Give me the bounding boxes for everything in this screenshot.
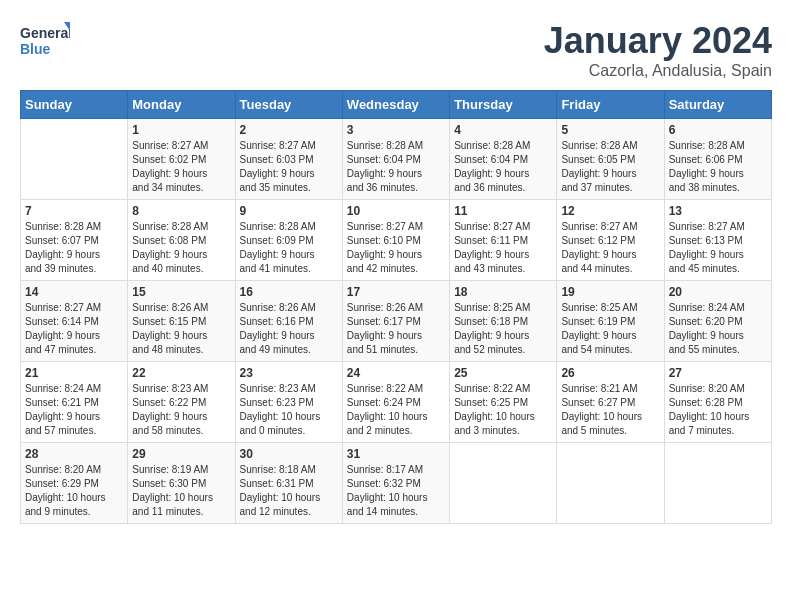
logo-svg: General Blue [20,20,70,65]
title-block: January 2024 Cazorla, Andalusia, Spain [544,20,772,80]
calendar-cell: 12Sunrise: 8:27 AMSunset: 6:12 PMDayligh… [557,200,664,281]
calendar-cell [557,443,664,524]
week-row-2: 7Sunrise: 8:28 AMSunset: 6:07 PMDaylight… [21,200,772,281]
day-number: 21 [25,366,123,380]
day-number: 14 [25,285,123,299]
weekday-header-tuesday: Tuesday [235,91,342,119]
day-info: Sunrise: 8:27 AMSunset: 6:10 PMDaylight:… [347,220,445,276]
day-info: Sunrise: 8:28 AMSunset: 6:05 PMDaylight:… [561,139,659,195]
weekday-header-thursday: Thursday [450,91,557,119]
calendar-cell: 1Sunrise: 8:27 AMSunset: 6:02 PMDaylight… [128,119,235,200]
calendar-cell [450,443,557,524]
logo: General Blue [20,20,70,65]
day-info: Sunrise: 8:20 AMSunset: 6:28 PMDaylight:… [669,382,767,438]
day-info: Sunrise: 8:27 AMSunset: 6:02 PMDaylight:… [132,139,230,195]
week-row-4: 21Sunrise: 8:24 AMSunset: 6:21 PMDayligh… [21,362,772,443]
day-number: 17 [347,285,445,299]
day-number: 15 [132,285,230,299]
day-info: Sunrise: 8:27 AMSunset: 6:11 PMDaylight:… [454,220,552,276]
calendar-cell: 21Sunrise: 8:24 AMSunset: 6:21 PMDayligh… [21,362,128,443]
calendar-cell: 3Sunrise: 8:28 AMSunset: 6:04 PMDaylight… [342,119,449,200]
day-info: Sunrise: 8:26 AMSunset: 6:17 PMDaylight:… [347,301,445,357]
calendar-cell: 29Sunrise: 8:19 AMSunset: 6:30 PMDayligh… [128,443,235,524]
day-number: 31 [347,447,445,461]
calendar-cell: 13Sunrise: 8:27 AMSunset: 6:13 PMDayligh… [664,200,771,281]
day-number: 2 [240,123,338,137]
day-number: 20 [669,285,767,299]
day-number: 9 [240,204,338,218]
calendar-cell: 16Sunrise: 8:26 AMSunset: 6:16 PMDayligh… [235,281,342,362]
month-title: January 2024 [544,20,772,62]
day-number: 1 [132,123,230,137]
day-info: Sunrise: 8:28 AMSunset: 6:06 PMDaylight:… [669,139,767,195]
calendar-table: SundayMondayTuesdayWednesdayThursdayFrid… [20,90,772,524]
day-info: Sunrise: 8:27 AMSunset: 6:03 PMDaylight:… [240,139,338,195]
calendar-cell: 7Sunrise: 8:28 AMSunset: 6:07 PMDaylight… [21,200,128,281]
calendar-cell: 30Sunrise: 8:18 AMSunset: 6:31 PMDayligh… [235,443,342,524]
day-info: Sunrise: 8:24 AMSunset: 6:21 PMDaylight:… [25,382,123,438]
day-number: 11 [454,204,552,218]
calendar-cell: 22Sunrise: 8:23 AMSunset: 6:22 PMDayligh… [128,362,235,443]
day-number: 13 [669,204,767,218]
day-number: 10 [347,204,445,218]
calendar-cell: 10Sunrise: 8:27 AMSunset: 6:10 PMDayligh… [342,200,449,281]
calendar-cell: 15Sunrise: 8:26 AMSunset: 6:15 PMDayligh… [128,281,235,362]
svg-text:General: General [20,25,70,41]
calendar-cell: 24Sunrise: 8:22 AMSunset: 6:24 PMDayligh… [342,362,449,443]
day-info: Sunrise: 8:27 AMSunset: 6:13 PMDaylight:… [669,220,767,276]
page-header: General Blue January 2024 Cazorla, Andal… [20,20,772,80]
day-number: 19 [561,285,659,299]
calendar-cell: 27Sunrise: 8:20 AMSunset: 6:28 PMDayligh… [664,362,771,443]
day-info: Sunrise: 8:28 AMSunset: 6:09 PMDaylight:… [240,220,338,276]
day-number: 8 [132,204,230,218]
calendar-cell: 31Sunrise: 8:17 AMSunset: 6:32 PMDayligh… [342,443,449,524]
day-number: 28 [25,447,123,461]
day-number: 18 [454,285,552,299]
day-info: Sunrise: 8:25 AMSunset: 6:18 PMDaylight:… [454,301,552,357]
day-info: Sunrise: 8:28 AMSunset: 6:08 PMDaylight:… [132,220,230,276]
day-number: 5 [561,123,659,137]
weekday-header-wednesday: Wednesday [342,91,449,119]
day-info: Sunrise: 8:22 AMSunset: 6:24 PMDaylight:… [347,382,445,438]
day-info: Sunrise: 8:22 AMSunset: 6:25 PMDaylight:… [454,382,552,438]
weekday-header-row: SundayMondayTuesdayWednesdayThursdayFrid… [21,91,772,119]
day-info: Sunrise: 8:23 AMSunset: 6:23 PMDaylight:… [240,382,338,438]
calendar-cell: 4Sunrise: 8:28 AMSunset: 6:04 PMDaylight… [450,119,557,200]
week-row-5: 28Sunrise: 8:20 AMSunset: 6:29 PMDayligh… [21,443,772,524]
calendar-cell: 5Sunrise: 8:28 AMSunset: 6:05 PMDaylight… [557,119,664,200]
day-number: 12 [561,204,659,218]
day-info: Sunrise: 8:18 AMSunset: 6:31 PMDaylight:… [240,463,338,519]
day-number: 24 [347,366,445,380]
day-info: Sunrise: 8:27 AMSunset: 6:12 PMDaylight:… [561,220,659,276]
weekday-header-sunday: Sunday [21,91,128,119]
day-number: 23 [240,366,338,380]
calendar-cell: 23Sunrise: 8:23 AMSunset: 6:23 PMDayligh… [235,362,342,443]
calendar-cell: 9Sunrise: 8:28 AMSunset: 6:09 PMDaylight… [235,200,342,281]
calendar-cell: 28Sunrise: 8:20 AMSunset: 6:29 PMDayligh… [21,443,128,524]
day-number: 27 [669,366,767,380]
day-info: Sunrise: 8:19 AMSunset: 6:30 PMDaylight:… [132,463,230,519]
calendar-cell: 14Sunrise: 8:27 AMSunset: 6:14 PMDayligh… [21,281,128,362]
day-info: Sunrise: 8:26 AMSunset: 6:15 PMDaylight:… [132,301,230,357]
calendar-cell: 2Sunrise: 8:27 AMSunset: 6:03 PMDaylight… [235,119,342,200]
calendar-cell: 11Sunrise: 8:27 AMSunset: 6:11 PMDayligh… [450,200,557,281]
day-info: Sunrise: 8:28 AMSunset: 6:04 PMDaylight:… [347,139,445,195]
day-number: 6 [669,123,767,137]
day-number: 25 [454,366,552,380]
day-info: Sunrise: 8:21 AMSunset: 6:27 PMDaylight:… [561,382,659,438]
day-number: 30 [240,447,338,461]
location-subtitle: Cazorla, Andalusia, Spain [544,62,772,80]
calendar-cell: 26Sunrise: 8:21 AMSunset: 6:27 PMDayligh… [557,362,664,443]
calendar-cell: 8Sunrise: 8:28 AMSunset: 6:08 PMDaylight… [128,200,235,281]
weekday-header-saturday: Saturday [664,91,771,119]
day-number: 22 [132,366,230,380]
day-number: 3 [347,123,445,137]
day-number: 4 [454,123,552,137]
day-info: Sunrise: 8:28 AMSunset: 6:04 PMDaylight:… [454,139,552,195]
week-row-3: 14Sunrise: 8:27 AMSunset: 6:14 PMDayligh… [21,281,772,362]
day-info: Sunrise: 8:23 AMSunset: 6:22 PMDaylight:… [132,382,230,438]
calendar-cell [664,443,771,524]
day-info: Sunrise: 8:27 AMSunset: 6:14 PMDaylight:… [25,301,123,357]
calendar-cell [21,119,128,200]
day-info: Sunrise: 8:17 AMSunset: 6:32 PMDaylight:… [347,463,445,519]
